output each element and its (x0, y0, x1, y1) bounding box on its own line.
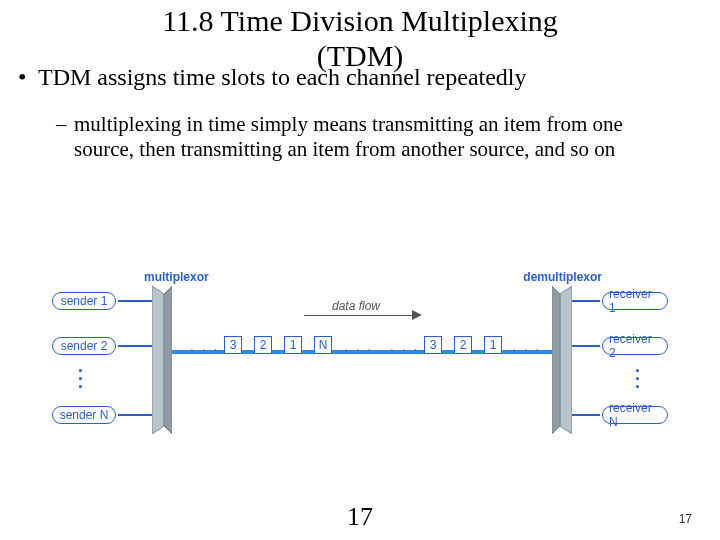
sender-ellipsis: ... (78, 362, 83, 386)
wire (118, 345, 152, 347)
bullet-1-text: TDM assigns time slots to each channel r… (36, 63, 684, 92)
demultiplexor-label: demultiplexor (523, 270, 602, 284)
bullet-marker: • (18, 63, 26, 92)
multiplexor-icon (152, 286, 172, 434)
wire (570, 414, 600, 416)
sender-1-pill: sender 1 (52, 292, 116, 310)
receiver-ellipsis: ... (635, 362, 640, 386)
data-flow-label: data flow (332, 299, 380, 313)
slot-box: 1 (484, 336, 502, 354)
dash-marker: – (56, 112, 67, 137)
bullet-level-2: – multiplexing in time simply means tran… (74, 112, 672, 162)
slot-box: 1 (284, 336, 302, 354)
bullet-2-text: multiplexing in time simply means transm… (74, 112, 623, 161)
slot-box: 2 (254, 336, 272, 354)
slot-box: 3 (424, 336, 442, 354)
page-number-large: 17 (0, 502, 720, 532)
demultiplexor-icon (552, 286, 572, 434)
svg-marker-3 (552, 286, 560, 434)
slot-box: 2 (454, 336, 472, 354)
slot-box: N (314, 336, 332, 354)
receiver-2-pill: receiver 2 (602, 337, 668, 355)
bullet-level-1: • TDM assigns time slots to each channel… (36, 63, 684, 92)
slot-ellipsis: . . . (344, 338, 373, 354)
slot-ellipsis: . . . (390, 338, 419, 354)
multiplexor-label: multiplexor (144, 270, 209, 284)
svg-marker-0 (152, 286, 164, 434)
wire (118, 414, 152, 416)
svg-marker-1 (164, 286, 172, 434)
arrow-head-icon (412, 310, 422, 320)
arrow-line (304, 315, 414, 316)
tdm-diagram: multiplexor demultiplexor sender 1 sende… (52, 268, 668, 448)
sender-n-pill: sender N (52, 406, 116, 424)
slot-box: 3 (224, 336, 242, 354)
wire (570, 345, 600, 347)
wire (118, 300, 152, 302)
wire (570, 300, 600, 302)
slot-ellipsis: . . . (512, 338, 541, 354)
sender-2-pill: sender 2 (52, 337, 116, 355)
receiver-n-pill: receiver N (602, 406, 668, 424)
receiver-1-pill: receiver 1 (602, 292, 668, 310)
slot-ellipsis: . . . (190, 338, 219, 354)
title-line-1: 11.8 Time Division Multiplexing (162, 4, 558, 37)
svg-marker-2 (560, 286, 572, 434)
page-number-small: 17 (679, 512, 692, 526)
